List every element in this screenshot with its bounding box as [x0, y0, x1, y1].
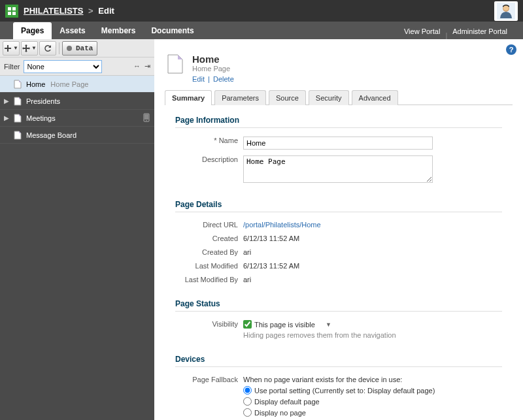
svg-rect-1: [12, 7, 16, 10]
page-title: Home: [192, 54, 234, 65]
visibility-checkbox[interactable]: [243, 320, 252, 329]
breadcrumb-current: Edit: [98, 6, 114, 16]
url-label: Direct URL: [175, 219, 243, 229]
fallback-radio-portal[interactable]: [243, 386, 252, 395]
app-logo-icon: [5, 5, 18, 18]
main-nav: Pages Assets Members Documents View Port…: [0, 22, 523, 39]
fallback-intro: When no page variant exists for the devi…: [243, 376, 502, 383]
subtab-security[interactable]: Security: [309, 90, 349, 105]
visibility-text: This page is visible: [254, 321, 315, 329]
fallback-option-2: Display no page: [254, 409, 306, 417]
tab-members[interactable]: Members: [93, 22, 144, 39]
name-input[interactable]: [243, 137, 433, 150]
desc-label: Description: [175, 153, 243, 163]
data-label: Data: [76, 44, 93, 52]
sidebar-toolbar: ▼ ▼ Data: [0, 39, 154, 57]
section-heading: Page Information: [175, 116, 502, 128]
page-tree: Home Home Page ▶ Presidents ▶ Meetings M…: [0, 76, 154, 420]
modifiedby-value: ari: [243, 274, 502, 283]
modified-label: Last Modified: [175, 260, 243, 270]
add-button[interactable]: ▼: [3, 41, 20, 56]
svg-rect-2: [8, 12, 11, 15]
visibility-dropdown-icon[interactable]: ▼: [326, 321, 331, 328]
breadcrumb-portal[interactable]: PHILATELISTS: [24, 6, 83, 16]
tree-label: Meetings: [26, 114, 56, 122]
fallback-label: Page Fallback: [175, 374, 243, 383]
collapse-icon[interactable]: ⇥: [144, 62, 150, 71]
section-heading: Devices: [175, 355, 502, 367]
svg-rect-0: [8, 7, 11, 10]
description-textarea[interactable]: Home Page: [243, 155, 433, 183]
tree-item-presidents[interactable]: ▶ Presidents: [0, 93, 154, 110]
move-button[interactable]: ▼: [21, 41, 38, 56]
tree-item-messageboard[interactable]: Message Board: [0, 127, 154, 144]
modified-value: 6/12/13 11:52 AM: [243, 260, 502, 270]
visibility-hint: Hiding pages removes them from the navig…: [243, 331, 502, 339]
tree-item-meetings[interactable]: ▶ Meetings: [0, 110, 154, 127]
subtabs: Summary Parameters Source Security Advan…: [165, 89, 513, 105]
filter-label: Filter: [4, 63, 20, 71]
expand-h-icon[interactable]: ↔: [133, 62, 141, 71]
tree-label: Presidents: [26, 97, 60, 105]
sidebar: ▼ ▼ Data Filter None ↔ ⇥: [0, 39, 154, 420]
subtab-summary[interactable]: Summary: [165, 90, 212, 105]
tree-sublabel: Home Page: [50, 80, 88, 88]
edit-link[interactable]: Edit: [192, 75, 205, 83]
modifiedby-label: Last Modified By: [175, 274, 243, 283]
fallback-option-1: Display default page: [254, 398, 320, 406]
device-icon: [143, 113, 150, 123]
fallback-radio-none[interactable]: [243, 408, 252, 417]
section-heading: Page Status: [175, 299, 502, 312]
tab-assets[interactable]: Assets: [52, 22, 93, 39]
createdby-label: Created By: [175, 246, 243, 256]
app-header: PHILATELISTS > Edit: [0, 0, 523, 22]
expand-arrow-icon[interactable]: ▶: [4, 97, 10, 105]
name-label: Name: [219, 137, 238, 144]
tab-pages[interactable]: Pages: [13, 22, 52, 39]
subtab-parameters[interactable]: Parameters: [214, 90, 266, 105]
tab-documents[interactable]: Documents: [143, 22, 201, 39]
avatar[interactable]: [494, 1, 518, 21]
direct-url-link[interactable]: /portal/Philatelists/Home: [243, 221, 321, 229]
view-portal-link[interactable]: View Portal: [399, 24, 445, 39]
content-area: ? Home Home Page Edit | Delete Summary P…: [154, 39, 523, 420]
page-header: Home Home Page Edit | Delete: [165, 54, 513, 83]
data-dot-icon: [67, 46, 72, 51]
section-devices: Devices Page Fallback When no page varia…: [165, 355, 513, 419]
subtab-source[interactable]: Source: [269, 90, 306, 105]
page-subtitle: Home Page: [192, 65, 234, 73]
visibility-label: Visibility: [175, 318, 243, 328]
breadcrumb-sep: >: [88, 6, 93, 16]
section-page-information: Page Information * Name Description Home…: [165, 116, 513, 184]
svg-rect-8: [144, 114, 148, 120]
refresh-button[interactable]: [39, 41, 56, 56]
filter-bar: Filter None ↔ ⇥: [0, 57, 154, 76]
data-button[interactable]: Data: [62, 41, 97, 56]
tree-label: Home: [26, 80, 45, 88]
admin-portal-link[interactable]: Administer Portal: [447, 24, 513, 39]
subtab-advanced[interactable]: Advanced: [352, 90, 398, 105]
help-icon[interactable]: ?: [506, 44, 516, 55]
section-heading: Page Details: [175, 200, 502, 212]
filter-select[interactable]: None: [24, 60, 102, 73]
createdby-value: ari: [243, 246, 502, 256]
fallback-radio-default[interactable]: [243, 397, 252, 406]
fallback-option-0: Use portal setting (Currently set to: Di…: [254, 387, 435, 395]
section-page-status: Page Status Visibility This page is visi…: [165, 299, 513, 339]
svg-rect-3: [12, 12, 16, 15]
svg-point-9: [146, 120, 146, 120]
breadcrumb: PHILATELISTS > Edit: [24, 6, 114, 16]
tree-item-home[interactable]: Home Home Page: [0, 76, 154, 93]
tree-label: Message Board: [26, 131, 76, 139]
section-page-details: Page Details Direct URL /portal/Philatel…: [165, 200, 513, 283]
delete-link[interactable]: Delete: [213, 75, 234, 83]
expand-arrow-icon[interactable]: ▶: [4, 114, 10, 121]
created-label: Created: [175, 233, 243, 242]
created-value: 6/12/13 11:52 AM: [243, 233, 502, 242]
